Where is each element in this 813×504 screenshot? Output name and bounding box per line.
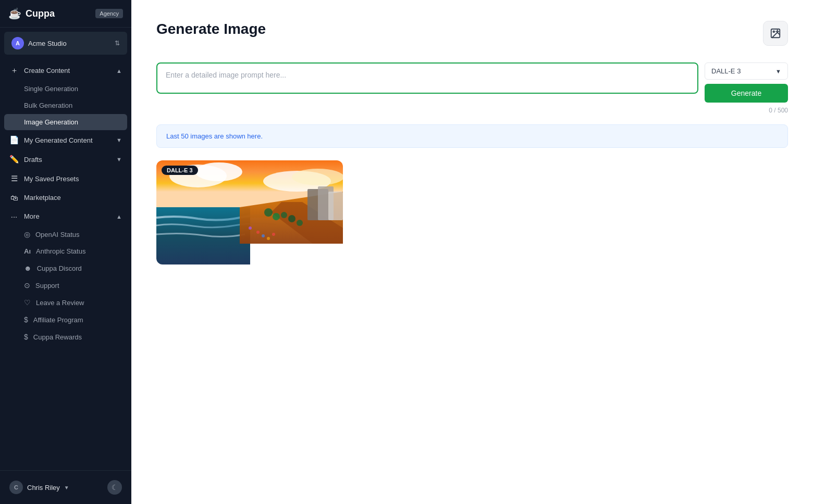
svg-point-21 bbox=[262, 234, 265, 237]
svg-point-23 bbox=[272, 233, 275, 236]
svg-point-22 bbox=[267, 237, 270, 240]
openai-status-icon: ◎ bbox=[24, 230, 30, 238]
more-chevron-icon: ▲ bbox=[116, 213, 122, 220]
sidebar-item-image-generation[interactable]: Image Generation bbox=[4, 114, 127, 130]
svg-point-19 bbox=[297, 220, 303, 226]
app-name: Cuppa bbox=[26, 8, 55, 19]
more-icon: ··· bbox=[9, 212, 19, 221]
model-select-dropdown[interactable]: DALL-E 3 ▼ bbox=[705, 62, 788, 80]
my-generated-content-label: My Generated Content bbox=[24, 136, 93, 144]
main-content: Generate Image DALL-E 3 ▼ Generate 0 / 5… bbox=[131, 0, 813, 504]
workspace-avatar: A bbox=[11, 37, 24, 49]
user-row[interactable]: C Chris Riley ▼ ☾ bbox=[4, 476, 127, 499]
generate-button[interactable]: Generate bbox=[705, 84, 788, 103]
agency-badge: Agency bbox=[95, 9, 123, 18]
svg-point-24 bbox=[249, 226, 252, 230]
sidebar-item-openai-status[interactable]: ◎ OpenAI Status bbox=[4, 226, 127, 243]
image-card[interactable]: DALL-E 3 bbox=[156, 160, 343, 264]
svg-point-17 bbox=[281, 212, 287, 218]
my-saved-presets-icon: ☰ bbox=[9, 174, 19, 183]
drafts-label: Drafts bbox=[24, 156, 42, 163]
image-grid: DALL-E 3 bbox=[156, 160, 788, 264]
my-generated-content-chevron-icon: ▼ bbox=[116, 137, 122, 143]
support-icon: ⊙ bbox=[24, 281, 30, 289]
main-header: Generate Image bbox=[156, 21, 788, 46]
sidebar-item-bulk-generation[interactable]: Bulk Generation bbox=[4, 97, 127, 114]
drafts-icon: ✏️ bbox=[9, 155, 19, 164]
sidebar-item-more[interactable]: ··· More ▲ bbox=[4, 207, 127, 225]
marketplace-icon: 🛍 bbox=[9, 193, 19, 202]
sidebar-item-create-content[interactable]: ＋ Create Content ▲ bbox=[4, 61, 127, 80]
char-count: 0 / 500 bbox=[156, 107, 788, 114]
my-generated-content-icon: 📄 bbox=[9, 135, 19, 145]
main-nav: ＋ Create Content ▲ Single Generation Bul… bbox=[0, 59, 131, 348]
workspace-left: A Acme Studio bbox=[11, 37, 67, 49]
sidebar-item-marketplace[interactable]: 🛍 Marketplace bbox=[4, 188, 127, 207]
logo-area: ☕ Cuppa bbox=[8, 7, 55, 20]
workspace-name: Acme Studio bbox=[28, 40, 67, 47]
svg-point-6 bbox=[195, 162, 242, 181]
leave-review-icon: ♡ bbox=[24, 298, 31, 307]
prompt-area: DALL-E 3 ▼ Generate bbox=[156, 62, 788, 103]
model-chevron-icon: ▼ bbox=[775, 68, 781, 74]
svg-point-18 bbox=[288, 215, 295, 222]
svg-rect-14 bbox=[328, 192, 343, 220]
cuppa-rewards-icon: $ bbox=[24, 333, 28, 341]
sidebar-item-cuppa-rewards[interactable]: $ Cuppa Rewards bbox=[4, 329, 127, 345]
sidebar-item-my-saved-presets[interactable]: ☰ My Saved Presets bbox=[4, 169, 127, 188]
sidebar-item-leave-review[interactable]: ♡ Leave a Review bbox=[4, 294, 127, 311]
marketplace-label: Marketplace bbox=[24, 194, 61, 201]
affiliate-program-icon: $ bbox=[24, 316, 28, 324]
theme-toggle-button[interactable]: ☾ bbox=[107, 480, 122, 495]
sidebar-item-affiliate-program[interactable]: $ Affiliate Program bbox=[4, 311, 127, 328]
info-banner: Last 50 images are shown here. bbox=[156, 124, 788, 148]
svg-point-15 bbox=[264, 208, 273, 217]
prompt-input[interactable] bbox=[156, 62, 698, 94]
image-model-badge: DALL-E 3 bbox=[162, 166, 198, 175]
sidebar-item-drafts[interactable]: ✏️ Drafts ▼ bbox=[4, 150, 127, 169]
sidebar-item-anthropic-status[interactable]: Aı Anthropic Status bbox=[4, 243, 127, 259]
sidebar-footer: C Chris Riley ▼ ☾ bbox=[0, 470, 131, 504]
logo-icon: ☕ bbox=[8, 7, 21, 20]
sidebar-header: ☕ Cuppa Agency bbox=[0, 0, 131, 28]
create-content-icon: ＋ bbox=[9, 66, 19, 75]
svg-point-16 bbox=[273, 213, 280, 220]
model-selected-label: DALL-E 3 bbox=[711, 67, 741, 75]
create-content-chevron-icon: ▲ bbox=[116, 68, 122, 74]
sidebar-item-my-generated-content[interactable]: 📄 My Generated Content ▼ bbox=[4, 131, 127, 149]
add-image-button[interactable] bbox=[763, 21, 788, 46]
user-name: Chris Riley bbox=[27, 484, 60, 492]
sidebar: ☕ Cuppa Agency A Acme Studio ⇅ ＋ Create … bbox=[0, 0, 131, 504]
create-content-label: Create Content bbox=[24, 67, 70, 74]
workspace-selector[interactable]: A Acme Studio ⇅ bbox=[4, 32, 127, 55]
svg-point-20 bbox=[256, 231, 260, 234]
sidebar-item-single-generation[interactable]: Single Generation bbox=[4, 81, 127, 97]
generated-image bbox=[156, 160, 343, 264]
more-label: More bbox=[24, 212, 40, 220]
svg-point-8 bbox=[292, 169, 343, 185]
page-title: Generate Image bbox=[156, 21, 266, 37]
workspace-chevron-icon: ⇅ bbox=[115, 40, 120, 47]
drafts-chevron-icon: ▼ bbox=[116, 156, 122, 162]
sidebar-item-cuppa-discord[interactable]: ☻ Cuppa Discord bbox=[4, 260, 127, 276]
svg-point-1 bbox=[773, 31, 774, 32]
right-controls: DALL-E 3 ▼ Generate bbox=[705, 62, 788, 103]
user-avatar: C bbox=[9, 481, 23, 494]
user-chevron-icon: ▼ bbox=[64, 485, 69, 490]
anthropic-status-icon: Aı bbox=[24, 247, 31, 255]
sidebar-item-support[interactable]: ⊙ Support bbox=[4, 277, 127, 294]
my-saved-presets-label: My Saved Presets bbox=[24, 175, 79, 183]
cuppa-discord-icon: ☻ bbox=[24, 264, 32, 272]
